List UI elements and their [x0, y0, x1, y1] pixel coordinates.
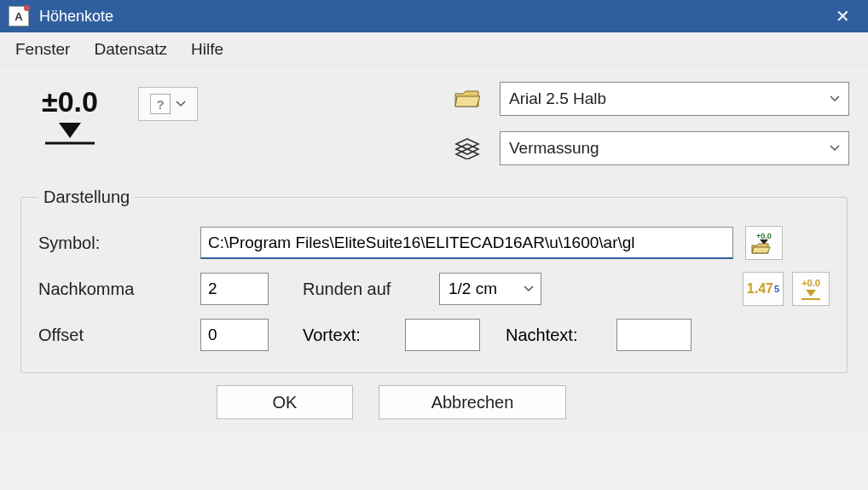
round-select[interactable]: 1/2 cm [439, 273, 541, 305]
window-title: Höhenkote [39, 8, 825, 26]
template-dropdown[interactable]: ? [138, 87, 198, 121]
menubar: Fenster Datensatz Hilfe [0, 32, 868, 66]
folder-icon [450, 89, 484, 108]
svg-marker-12 [806, 290, 816, 297]
svg-marker-0 [59, 123, 81, 138]
round-label: Runden auf [303, 280, 439, 299]
zero-sign-toggle[interactable]: +0.0 [792, 272, 830, 306]
posttext-input[interactable] [616, 319, 692, 351]
svg-marker-10 [752, 247, 770, 253]
offset-label: Offset [38, 326, 200, 345]
menu-window[interactable]: Fenster [15, 40, 70, 59]
content-area: ±0.0 ? Arial 2.5 Halb [0, 66, 868, 431]
menu-dataset[interactable]: Datensatz [94, 40, 167, 59]
preview-text: ±0.0 [42, 87, 98, 116]
symbol-label: Symbol: [38, 233, 200, 253]
chevron-down-icon [830, 95, 840, 102]
question-icon: ? [150, 94, 171, 114]
text-style-combo[interactable]: Arial 2.5 Halb [500, 82, 849, 116]
offset-input[interactable] [200, 319, 269, 351]
menu-help[interactable]: Hilfe [191, 40, 223, 59]
posttext-label: Nachtext: [506, 326, 616, 345]
svg-text:+0.0: +0.0 [756, 232, 772, 240]
pretext-input[interactable] [405, 319, 480, 351]
cancel-button[interactable]: Abbrechen [379, 385, 566, 419]
text-style-value: Arial 2.5 Halb [509, 89, 830, 108]
ok-button[interactable]: OK [217, 385, 353, 419]
chevron-down-icon [830, 145, 840, 152]
close-button[interactable]: ✕ [825, 6, 859, 26]
display-group: Darstellung Symbol: +0.0 Nachkomma Runde… [20, 187, 848, 373]
layer-combo[interactable]: Vermassung [500, 131, 849, 165]
decimals-input[interactable] [200, 273, 269, 305]
symbol-path-input[interactable] [200, 227, 733, 259]
app-icon: A [9, 6, 29, 26]
titlebar: A Höhenkote ✕ [0, 0, 868, 32]
group-title: Darstellung [38, 187, 135, 207]
folder-marker-icon: +0.0 [749, 230, 778, 256]
chevron-down-icon [524, 285, 534, 292]
zero-sign-icon: +0.0 [796, 276, 825, 302]
pretext-label: Vortext: [303, 326, 405, 345]
highindex-sample: 1.47 [747, 281, 773, 297]
decimals-label: Nachkomma [38, 280, 200, 299]
highindex-toggle[interactable]: 1.475 [743, 272, 784, 306]
layer-value: Vermassung [509, 139, 830, 158]
preview-marker-icon [40, 118, 100, 147]
elevation-preview: ±0.0 [19, 82, 121, 159]
svg-marker-3 [455, 96, 480, 107]
chevron-down-icon [176, 101, 186, 107]
layers-icon [450, 137, 484, 159]
svg-text:+0.0: +0.0 [801, 278, 820, 288]
browse-symbol-button[interactable]: +0.0 [745, 226, 783, 260]
round-value: 1/2 cm [448, 280, 517, 298]
